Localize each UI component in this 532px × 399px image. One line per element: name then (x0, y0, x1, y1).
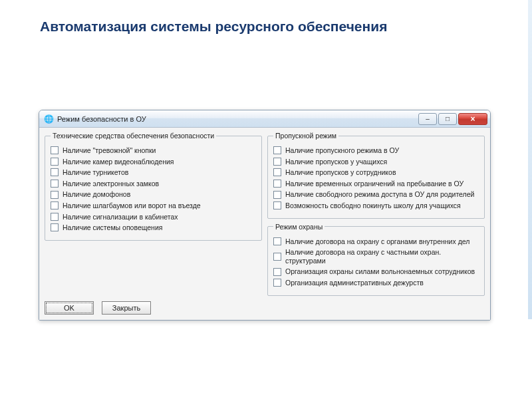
checkbox-row[interactable]: Организация административных дежурств (273, 279, 479, 287)
checkbox-label: Наличие договора на охрану с частными ох… (285, 248, 479, 265)
group-guard-mode: Режим охраны Наличие договора на охрану … (267, 223, 485, 296)
checkbox-label: Наличие пропусков у сотрудников (285, 168, 396, 177)
minimize-button[interactable]: – (418, 113, 437, 125)
checkbox-label: Наличие временных ограничений на пребыва… (285, 180, 464, 188)
checkbox[interactable] (273, 146, 281, 154)
close-button[interactable]: × (458, 113, 487, 125)
maximize-button[interactable]: □ (438, 113, 457, 125)
checkbox-label: Наличие пропусков у учащихся (285, 158, 387, 166)
checkbox-row[interactable]: Наличие "тревожной" кнопки (51, 146, 256, 155)
checkbox-row[interactable]: Наличие договора на охрану с органами вн… (273, 237, 479, 246)
checkbox-label: Наличие "тревожной" кнопки (63, 146, 156, 155)
checkbox[interactable] (273, 253, 281, 261)
checkbox-row[interactable]: Наличие свободного режима доступа в ОУ д… (273, 190, 479, 199)
checkbox-row[interactable]: Возможность свободно покинуть школу для … (273, 201, 479, 210)
page-title: Автоматизация системы ресурсного обеспеч… (0, 0, 532, 35)
button-bar: OK Закрыть (45, 301, 485, 315)
close-dialog-button[interactable]: Закрыть (102, 301, 151, 315)
group-legend: Технические средства обеспечения безопас… (51, 132, 216, 140)
checkbox-row[interactable]: Наличие пропусков у сотрудников (273, 168, 479, 177)
group-tech-security: Технические средства обеспечения безопас… (45, 132, 262, 241)
checkbox-label: Наличие системы оповещения (63, 223, 162, 232)
decorative-stripe (528, 0, 532, 399)
checkbox-row[interactable]: Наличие электронных замков (51, 180, 256, 188)
dialog-body: Технические средства обеспечения безопас… (39, 128, 490, 320)
checkbox-row[interactable]: Наличие шлагбаумов или ворот на въезде (51, 201, 256, 210)
checkbox[interactable] (273, 268, 281, 276)
checkbox-label: Наличие договора на охрану с органами вн… (285, 237, 469, 246)
checkbox-label: Наличие камер видеонаблюдения (63, 158, 174, 166)
checkbox-label: Наличие электронных замков (63, 180, 159, 188)
checkbox[interactable] (273, 158, 281, 166)
checkbox-row[interactable]: Наличие системы оповещения (51, 223, 256, 232)
checkbox[interactable] (273, 201, 281, 209)
checkbox[interactable] (273, 168, 281, 176)
checkbox-label: Наличие домофонов (63, 190, 130, 199)
checkbox-label: Организация охраны силами вольнонаемных … (285, 267, 475, 276)
titlebar[interactable]: 🌐 Режим безопасности в ОУ – □ × (39, 110, 490, 128)
checkbox-label: Возможность свободно покинуть школу для … (285, 201, 461, 210)
checkbox-label: Наличие турникетов (63, 168, 128, 177)
checkbox-row[interactable]: Наличие камер видеонаблюдения (51, 158, 256, 166)
checkbox-label: Наличие шлагбаумов или ворот на въезде (63, 201, 201, 210)
group-access-mode: Пропускной режим Наличие пропускного реж… (267, 132, 485, 219)
checkbox[interactable] (273, 180, 281, 188)
dialog-window: 🌐 Режим безопасности в ОУ – □ × Техничес… (39, 110, 491, 321)
checkbox-label: Наличие свободного режима доступа в ОУ д… (285, 190, 474, 199)
checkbox[interactable] (51, 191, 59, 199)
app-icon: 🌐 (43, 114, 54, 124)
checkbox-label: Наличие сигнализации в кабинетах (63, 213, 178, 221)
checkbox[interactable] (51, 201, 59, 209)
ok-button[interactable]: OK (45, 301, 94, 315)
checkbox[interactable] (51, 158, 59, 166)
checkbox-row[interactable]: Наличие домофонов (51, 190, 256, 199)
checkbox-row[interactable]: Наличие пропусков у учащихся (273, 158, 479, 166)
checkbox-label: Наличие пропускного режима в ОУ (285, 146, 399, 155)
checkbox[interactable] (273, 191, 281, 199)
checkbox[interactable] (51, 213, 59, 221)
checkbox-row[interactable]: Наличие временных ограничений на пребыва… (273, 180, 479, 188)
checkbox[interactable] (51, 168, 59, 176)
checkbox[interactable] (51, 180, 59, 188)
group-legend: Режим охраны (273, 223, 325, 231)
checkbox-row[interactable]: Наличие турникетов (51, 168, 256, 177)
checkbox[interactable] (51, 146, 59, 154)
checkbox-label: Организация административных дежурств (285, 279, 424, 287)
checkbox-row[interactable]: Наличие пропускного режима в ОУ (273, 146, 479, 155)
checkbox[interactable] (273, 279, 281, 287)
checkbox[interactable] (51, 223, 59, 231)
checkbox[interactable] (273, 237, 281, 245)
group-legend: Пропускной режим (273, 132, 338, 140)
window-title: Режим безопасности в ОУ (57, 115, 418, 123)
checkbox-row[interactable]: Организация охраны силами вольнонаемных … (273, 267, 479, 276)
window-controls: – □ × (418, 113, 487, 125)
checkbox-row[interactable]: Наличие договора на охрану с частными ох… (273, 248, 479, 265)
checkbox-row[interactable]: Наличие сигнализации в кабинетах (51, 213, 256, 221)
